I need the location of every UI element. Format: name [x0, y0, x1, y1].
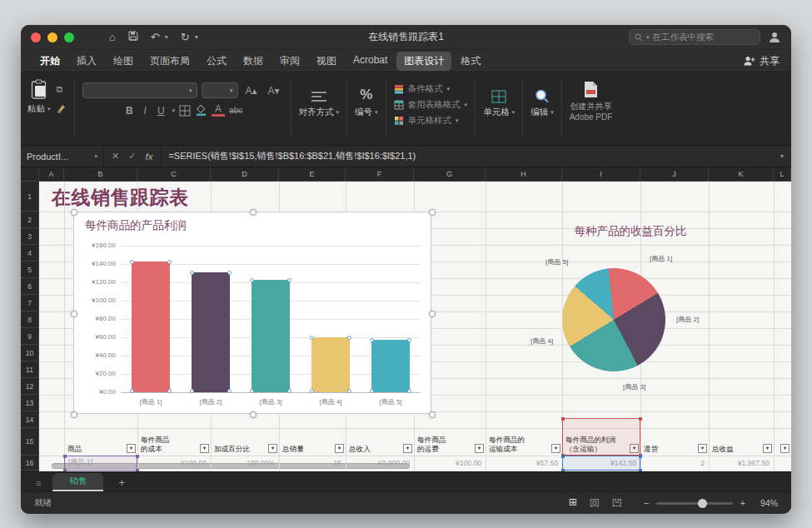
column-header-A[interactable]: A [39, 167, 64, 181]
select-all-corner[interactable] [21, 167, 39, 181]
sheet-tab-sales[interactable]: 销售 [52, 473, 103, 491]
row-header-3[interactable]: 3 [21, 228, 38, 245]
sheet-canvas[interactable]: 在线销售跟踪表 商品▼每件商品 的成本▼加成百分比▼总销量▼总收入▼每件商品 的… [39, 182, 791, 471]
ribbon-tab-11[interactable]: 格式 [453, 52, 488, 71]
row-header-12[interactable]: 12 [21, 378, 38, 395]
ribbon-tab-8[interactable]: 视图 [309, 52, 344, 71]
paste-button[interactable]: 粘贴▾ [27, 79, 51, 115]
column-header-C[interactable]: C [137, 167, 211, 181]
row-header-10[interactable]: 10 [21, 345, 38, 361]
row-header-9[interactable]: 9 [21, 328, 38, 345]
chart-selection-handle[interactable] [429, 209, 436, 216]
ribbon-tab-9[interactable]: Acrobat [346, 52, 395, 71]
name-box[interactable]: ProductI...▾ [21, 146, 104, 167]
cell-B16[interactable]: [商品 1] [64, 456, 137, 471]
row-header-15[interactable]: 15 [21, 428, 38, 456]
conditional-format-button[interactable]: 条件格式▾ [394, 83, 451, 95]
row-header-2[interactable]: 2 [21, 212, 38, 228]
normal-view-icon[interactable]: ⊞ [569, 496, 577, 511]
filter-button-E[interactable]: ▼ [335, 444, 344, 453]
save-icon[interactable] [128, 31, 138, 43]
cell-C16[interactable]: ¥100.00 [137, 456, 211, 471]
sheet-list-icon[interactable]: ≡ [32, 476, 44, 491]
add-sheet-button[interactable]: + [112, 475, 132, 491]
filter-button-L[interactable]: ▼ [780, 444, 790, 453]
bar-series-5[interactable] [371, 340, 410, 392]
bar-series-3[interactable] [252, 280, 290, 392]
column-header-K[interactable]: K [709, 167, 774, 181]
column-header-J[interactable]: J [640, 167, 709, 181]
zoom-out-icon[interactable]: − [644, 498, 649, 508]
underline-button[interactable]: U [154, 105, 168, 117]
column-header-L[interactable]: L [774, 167, 791, 181]
zoom-slider[interactable] [656, 502, 733, 505]
zoom-window-button[interactable] [64, 32, 74, 42]
bar-series-1[interactable] [132, 262, 170, 392]
bar-chart[interactable]: 每件商品的产品利润¥160.00¥140.00¥120.00¥100.00¥80… [73, 212, 431, 414]
cell-D16[interactable]: 100.00% [211, 456, 279, 471]
close-window-button[interactable] [31, 32, 41, 42]
search-input[interactable]: ▾ 在工作表中搜索 [629, 29, 760, 45]
formula-bar-expand-icon[interactable]: ▾ [773, 152, 791, 160]
ribbon-tab-7[interactable]: 审阅 [272, 52, 307, 71]
column-header-G[interactable]: G [414, 167, 486, 181]
row-header-14[interactable]: 14 [21, 411, 38, 428]
chart-selection-handle[interactable] [250, 209, 257, 216]
insert-function-icon[interactable]: fx [145, 152, 152, 162]
pie-chart[interactable]: 每种产品的收益百分比[商品 1][商品 2][商品 3][商品 4][商品 5] [497, 219, 780, 415]
filter-button-K[interactable]: ▼ [763, 444, 772, 453]
strikethrough-button[interactable]: abc [229, 106, 242, 115]
chart-selection-handle[interactable] [71, 411, 77, 418]
format-painter-icon[interactable] [57, 103, 67, 113]
font-color-icon[interactable]: A [212, 104, 225, 117]
zoom-slider-thumb[interactable] [698, 499, 707, 508]
chart-selection-handle[interactable] [429, 311, 436, 317]
bar-series-4[interactable] [311, 337, 350, 392]
bar-series-2[interactable] [192, 272, 230, 392]
row-header-7[interactable]: 7 [21, 295, 38, 311]
filter-button-B[interactable]: ▼ [127, 444, 136, 453]
zoom-in-icon[interactable]: + [740, 498, 745, 508]
font-name-select[interactable]: ▾ [82, 82, 197, 98]
row-header-6[interactable]: 6 [21, 278, 38, 295]
chart-selection-handle[interactable] [71, 311, 77, 317]
cancel-icon[interactable]: ✕ [112, 151, 119, 162]
copy-icon[interactable]: ⧉ [57, 84, 67, 95]
adobe-pdf-button[interactable]: 创建并共享Adobe PDF [570, 77, 613, 142]
row-header-8[interactable]: 8 [21, 311, 38, 328]
home-icon[interactable]: ⌂ [109, 31, 116, 43]
cell-H16[interactable]: ¥57.50 [486, 456, 562, 471]
filter-button-I[interactable]: ▼ [630, 444, 639, 453]
minimize-window-button[interactable] [47, 32, 57, 42]
undo-menu-chevron-icon[interactable]: ▾ [165, 33, 168, 41]
chart-selection-handle[interactable] [71, 209, 77, 216]
shrink-font-button[interactable]: A▾ [265, 85, 283, 97]
row-header-16[interactable]: 16 [21, 456, 38, 471]
ribbon-tab-1[interactable]: 开始 [32, 52, 67, 71]
cell-I16[interactable]: ¥142.50 [562, 456, 640, 471]
row-header-1[interactable]: 1 [21, 182, 38, 212]
column-header-D[interactable]: D [211, 167, 279, 181]
page-layout-view-icon[interactable]: 回 [590, 496, 600, 511]
ribbon-tab-10[interactable]: 图表设计 [396, 52, 451, 71]
font-size-select[interactable]: ▾ [202, 82, 238, 98]
cell-styles-button[interactable]: 单元格样式▾ [394, 115, 459, 127]
ribbon-tab-2[interactable]: 插入 [69, 52, 104, 71]
grow-font-button[interactable]: A▴ [242, 85, 261, 97]
filter-button-F[interactable]: ▼ [403, 444, 412, 453]
editing-group[interactable]: 编辑▾ [531, 77, 554, 142]
filter-button-G[interactable]: ▼ [475, 444, 484, 453]
toolbar-menu-chevron-icon[interactable]: ▾ [195, 33, 198, 41]
alignment-group[interactable]: 对齐方式▾ [299, 77, 340, 142]
cell-G16[interactable]: ¥100.00 [414, 456, 486, 471]
chart-selection-handle[interactable] [250, 411, 257, 418]
cell-K16[interactable]: ¥1,967.50 [709, 456, 774, 471]
borders-icon[interactable] [179, 105, 191, 117]
underline-menu-chevron-icon[interactable]: ▾ [172, 107, 176, 114]
row-header-13[interactable]: 13 [21, 395, 38, 411]
filter-button-H[interactable]: ▼ [551, 444, 560, 453]
cell-F16[interactable]: ¥3,000.00 [346, 456, 414, 471]
column-header-H[interactable]: H [486, 167, 562, 181]
filter-button-C[interactable]: ▼ [200, 444, 209, 453]
column-header-I[interactable]: I [562, 167, 640, 181]
